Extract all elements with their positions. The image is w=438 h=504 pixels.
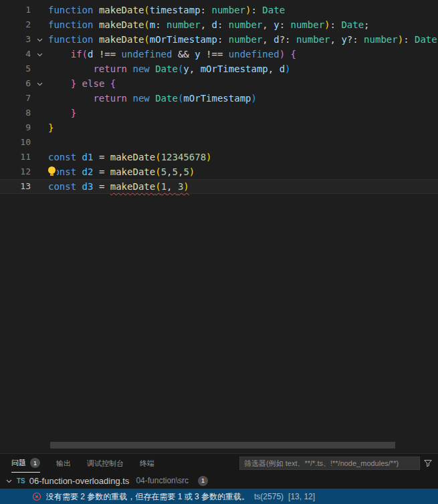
code-line[interactable]: 13const d3 = makeDate(1, 3) [0,179,438,194]
line-number[interactable]: 12 [0,164,31,179]
error-icon [32,492,41,501]
token: else [82,78,105,89]
token: ) [183,181,189,192]
line-number[interactable]: 2 [0,17,31,32]
token [93,19,98,30]
tab-debug-console[interactable]: 调试控制台 [87,454,124,473]
code-line[interactable]: 7 return new Date(mOrTimestamp) [0,91,438,106]
code-line[interactable]: 12const d2 = makeDate(5,5,5) [0,164,438,179]
token: 5 [173,166,178,177]
fold-chevron-icon[interactable] [31,47,48,61]
token: d3 [82,181,94,192]
token [76,166,82,177]
token: , [201,19,212,30]
code-line[interactable]: 10 [0,135,438,150]
token [150,64,155,74]
token [48,108,71,118]
token: ) [206,152,211,162]
token: Date [341,19,364,30]
token: 5 [183,166,189,177]
problems-file-row[interactable]: TS 06-function-overloading.ts 04-functio… [0,473,438,489]
horizontal-scrollbar[interactable] [50,442,395,449]
token: { [110,78,116,89]
token: = [93,166,110,177]
problems-filter-input[interactable] [239,457,420,470]
tab-problems[interactable]: 问题 1 [11,454,40,473]
line-number[interactable]: 6 [0,76,31,91]
line-number[interactable]: 9 [0,120,31,135]
token: m [150,19,155,30]
token: number [229,34,263,45]
token: Date [155,64,178,74]
token: ) [280,49,285,59]
line-number[interactable]: 5 [0,61,31,76]
code-text: } [48,106,76,120]
lightbulb-icon[interactable] [47,166,57,177]
fold-spacer [31,3,48,17]
token: number [167,19,201,30]
token: Date [415,34,437,45]
token: !== [93,49,121,59]
token: undefined [122,49,173,59]
token: : [155,19,167,30]
token: } [71,108,76,118]
token: return [93,93,127,104]
token [48,49,71,59]
code-line[interactable]: 9} [0,120,438,135]
line-number[interactable]: 11 [0,150,31,164]
token: number [296,34,330,45]
code-line[interactable]: 3function makeDate(mOrTimestamp: number,… [0,32,438,47]
line-number[interactable]: 3 [0,32,31,47]
typescript-file-icon: TS [17,477,25,485]
fold-spacer [31,135,48,150]
code-text: const d1 = makeDate(12345678) [48,150,212,164]
token: function [48,5,93,15]
code-text: return new Date(mOrTimestamp) [48,91,257,106]
fold-spacer [31,17,48,32]
problem-row[interactable]: 没有需要 2 参数的重载，但存在需要 1 或 3 参数的重载。 ts(2575)… [0,489,438,504]
token: if [71,49,82,59]
chevron-down-icon[interactable] [5,477,13,485]
code-line[interactable]: 1function makeDate(timestamp: number): D… [0,3,438,17]
token: timestamp [150,5,201,15]
token: ( [144,34,149,45]
line-number[interactable]: 8 [0,106,31,120]
fold-spacer [31,164,48,179]
token [76,78,82,89]
problem-position: [13, 12] [288,492,315,501]
token: makeDate [99,19,144,30]
token [48,78,71,89]
line-number[interactable]: 10 [0,135,31,150]
code-line[interactable]: 11const d1 = makeDate(12345678) [0,150,438,164]
line-number[interactable]: 13 [0,179,31,194]
token: : [251,5,262,15]
code-text: function makeDate(m: number, d: number, … [48,17,370,32]
tab-terminal[interactable]: 终端 [140,454,154,473]
code-line[interactable]: 4 if(d !== undefined && y !== undefined)… [0,47,438,61]
token: const [48,152,76,162]
line-number[interactable]: 4 [0,47,31,61]
token [285,49,290,59]
token [93,5,98,15]
code-line[interactable]: 8 } [0,106,438,120]
code-line[interactable]: 6 } else { [0,76,438,91]
token [150,93,155,104]
token: } [71,78,76,89]
code-editor[interactable]: 1function makeDate(timestamp: number): D… [0,0,438,453]
line-number[interactable]: 7 [0,91,31,106]
tab-output[interactable]: 输出 [56,454,71,473]
fold-spacer [31,179,48,194]
token: ( [155,166,160,177]
fold-chevron-icon[interactable] [31,76,48,91]
code-line[interactable]: 2function makeDate(m: number, d: number,… [0,17,438,32]
filter-icon[interactable] [423,459,433,468]
token: makeDate [110,152,155,162]
code-line[interactable]: 5 return new Date(y, mOrTimestamp, d) [0,61,438,76]
token: new [132,93,149,104]
error-squiggle: makeDate(1, 3) [110,181,189,192]
token: 5 [161,166,167,177]
fold-chevron-icon[interactable] [31,32,48,47]
token: new [132,64,149,74]
token [76,181,82,192]
line-number[interactable]: 1 [0,3,31,17]
